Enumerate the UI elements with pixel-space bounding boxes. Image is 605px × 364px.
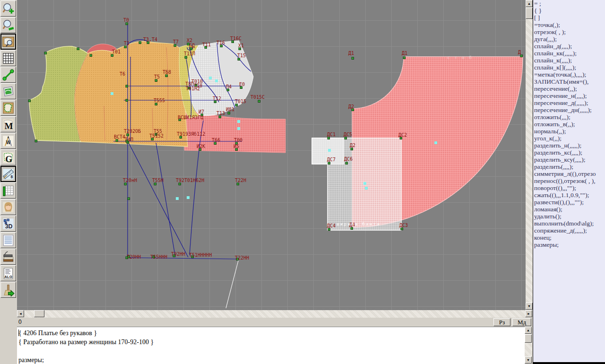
point-marker[interactable]: [28, 100, 31, 102]
point-marker[interactable]: [401, 228, 403, 230]
command-item[interactable]: сопряжение_д(,,,,,);: [533, 227, 605, 234]
toolbar-letter-m-button[interactable]: M: [0, 116, 16, 132]
command-item[interactable]: ЗАПИСАТЬ(имя=(),: [533, 78, 605, 85]
toolbar-table-button[interactable]: [0, 182, 16, 199]
point-marker[interactable]: [155, 103, 157, 105]
command-item[interactable]: сплайн_кк(,,,,,);: [533, 50, 605, 57]
canvas-scroll-right-button[interactable]: ►: [525, 310, 532, 317]
command-item[interactable]: дуга(,,,);: [533, 35, 605, 43]
canvas-scroll-down-button[interactable]: ▼: [526, 303, 533, 310]
command-item[interactable]: конец;: [533, 234, 605, 241]
editor-vscroll-thumb[interactable]: [525, 334, 532, 343]
canvas-vscroll-thumb[interactable]: [526, 8, 533, 19]
toolbar-list-button[interactable]: [0, 232, 16, 248]
point-marker[interactable]: [258, 100, 260, 103]
command-item[interactable]: =метка(точка(,),,,,);: [533, 71, 605, 78]
point-marker[interactable]: [77, 48, 79, 50]
selected-point-marker[interactable]: [215, 79, 218, 82]
toolbar-ruler-button[interactable]: 8: [0, 166, 16, 182]
point-marker[interactable]: [111, 54, 113, 57]
command-item[interactable]: сплайн_д(,,,,);: [533, 43, 605, 50]
point-marker[interactable]: [219, 116, 221, 118]
command-item[interactable]: пересечение(,,);: [533, 85, 605, 92]
toolbar-pattern-doc-button[interactable]: [0, 100, 16, 116]
selected-point-marker[interactable]: [176, 197, 179, 200]
command-item[interactable]: отложить_в(,,);: [533, 121, 605, 128]
point-marker[interactable]: [35, 140, 37, 142]
toolbar-letter-g-button[interactable]: G: [0, 149, 16, 165]
editor-scroll-down-button[interactable]: ▼: [525, 356, 532, 364]
toolbar-portrait-button[interactable]: [0, 199, 16, 215]
command-item[interactable]: разделить_кс(,,,,);: [533, 149, 605, 156]
point-marker[interactable]: [328, 162, 330, 165]
command-item[interactable]: [ ]: [533, 14, 605, 21]
canvas-hscrollbar[interactable]: ◄ ►: [17, 310, 533, 318]
point-marker[interactable]: [116, 139, 118, 142]
point-marker[interactable]: [328, 137, 330, 139]
point-marker[interactable]: [351, 227, 353, 230]
toolbar-books-button[interactable]: [0, 249, 16, 265]
point-marker[interactable]: [345, 137, 347, 139]
point-marker[interactable]: [174, 44, 176, 47]
point-marker[interactable]: [238, 58, 240, 61]
command-item[interactable]: удалить();: [533, 213, 605, 220]
command-item[interactable]: развести((),(),,,"");: [533, 199, 605, 206]
selected-point-marker[interactable]: [237, 127, 240, 130]
selected-point-marker[interactable]: [365, 187, 368, 190]
point-marker[interactable]: [520, 55, 523, 57]
selected-point-marker[interactable]: [237, 120, 240, 123]
command-item[interactable]: пересечение_н(,,,,);: [533, 92, 605, 99]
command-item[interactable]: пересечение_д(,,,,,);: [533, 99, 605, 106]
command-item[interactable]: пересечение_дн(,,,,,);: [533, 106, 605, 113]
command-item[interactable]: поворот((),,,"");: [533, 184, 605, 191]
selected-point-marker[interactable]: [434, 141, 437, 144]
point-marker[interactable]: [328, 228, 330, 231]
command-item[interactable]: симметрия_л((),отрезо: [533, 170, 605, 177]
toolbar-zoom-out-button[interactable]: [0, 17, 16, 33]
point-marker[interactable]: [124, 183, 127, 185]
command-item[interactable]: угол_к(,,);: [533, 135, 605, 142]
point-marker[interactable]: [351, 148, 353, 150]
selected-point-marker[interactable]: [187, 196, 190, 199]
command-item[interactable]: выполнить(dmod\alg);: [533, 220, 605, 227]
editor-vscrollbar[interactable]: ▲ ▼: [525, 327, 532, 364]
command-item[interactable]: сжать((),,,1.1,0.9,"");: [533, 191, 605, 199]
toolbar-grid-button[interactable]: [0, 50, 16, 66]
point-marker[interactable]: [237, 183, 239, 185]
point-marker[interactable]: [179, 183, 181, 185]
point-marker[interactable]: [90, 54, 92, 57]
point-marker[interactable]: [403, 57, 406, 59]
toolbar-zoom-in-button[interactable]: [0, 0, 16, 17]
point-marker[interactable]: [346, 162, 348, 165]
point-marker[interactable]: [165, 75, 168, 77]
command-item[interactable]: ломаная();: [533, 206, 605, 213]
point-marker[interactable]: [127, 134, 129, 136]
toolbar-compass-w-button[interactable]: W: [0, 133, 16, 149]
point-marker[interactable]: [139, 42, 141, 44]
command-item[interactable]: { }: [533, 7, 605, 14]
point-marker[interactable]: [126, 85, 128, 87]
command-item[interactable]: нормаль(,,);: [533, 128, 605, 135]
command-item[interactable]: сплайн_к[](,,,,);: [533, 64, 605, 71]
command-item[interactable]: разделить_н(,,,,,);: [533, 142, 605, 149]
canvas-hscroll-thumb[interactable]: [34, 310, 44, 317]
command-item[interactable]: перенос((),отрезок( , ),: [533, 177, 605, 184]
canvas-vscrollbar[interactable]: ▲ ▼: [526, 0, 533, 310]
toolbar-alg-button[interactable]: ALG: [0, 265, 16, 281]
command-item[interactable]: сплайн_к(,,,,);: [533, 57, 605, 64]
pattern-drawing[interactable]: Т0Т01Т1Т3,Т4Т7Т5ТБ8Т6Т555Т202ОБВСТ4Т4ПТ5…: [17, 0, 526, 310]
toolbar-preview-piece-button[interactable]: [0, 34, 16, 50]
point-marker[interactable]: [126, 23, 128, 25]
md-button[interactable]: Мд: [512, 318, 531, 326]
toolbar-measure-line-button[interactable]: [0, 67, 16, 83]
point-marker[interactable]: [154, 183, 156, 185]
point-marker[interactable]: [124, 46, 127, 48]
point-marker[interactable]: [235, 104, 238, 106]
selected-point-marker[interactable]: [209, 77, 212, 79]
command-item[interactable]: отрезок( , );: [533, 28, 605, 35]
command-item[interactable]: отложить(,,,);: [533, 113, 605, 121]
rz-button[interactable]: Рз: [493, 318, 510, 326]
point-marker[interactable]: [44, 52, 47, 54]
drawing-canvas[interactable]: Т0Т01Т1Т3,Т4Т7Т5ТБ8Т6Т555Т202ОБВСТ4Т4ПТ5…: [17, 0, 526, 311]
toolbar-image-button[interactable]: [0, 83, 16, 99]
